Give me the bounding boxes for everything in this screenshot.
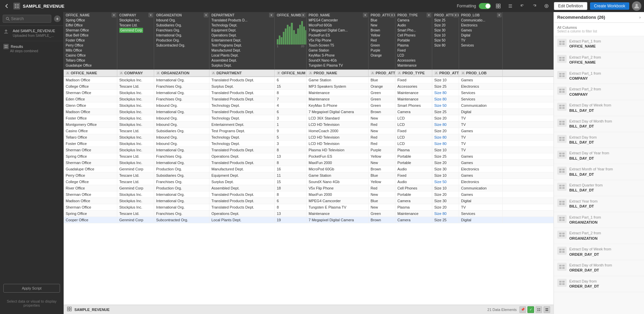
rec-item-5[interactable]: Extract Day of Month fromBILL_DAY_DT bbox=[554, 116, 644, 132]
table-row[interactable]: Sherman OfficeStockplus Inc.Internationa… bbox=[64, 147, 554, 153]
table-cell: Stockplus Inc. bbox=[117, 160, 154, 166]
rec-item-13[interactable]: Extract Day of Week fromORDER_DAY_DT bbox=[554, 244, 644, 260]
table-row[interactable]: Glenn OfficeStockplus Inc.Inbound Org.Te… bbox=[64, 102, 554, 109]
table-header-office-num----[interactable]: #OFFICE_NUM ... bbox=[275, 70, 307, 76]
svg-rect-18 bbox=[5, 45, 6, 46]
table-row[interactable]: Spring OfficeTescare Ltd.Franchises Org.… bbox=[64, 153, 554, 160]
table-row[interactable]: College OfficeTescare Ltd.Franchises Org… bbox=[64, 83, 554, 90]
col-filter-prod-name: PROD_NAMEMPEG4 CamcorderMicroPod 60Gb7 M… bbox=[307, 12, 369, 69]
table-row[interactable]: Cooper OfficeGenmind CorpSubcontracted O… bbox=[64, 217, 554, 223]
table-row[interactable]: Sherman OfficeStockplus Inc.Internationa… bbox=[64, 160, 554, 166]
table-header-organization[interactable]: AORGANIZATION bbox=[154, 70, 209, 76]
rec-item-4[interactable]: Extract Day of Week fromBILL_DAY_DT bbox=[554, 100, 644, 116]
grid-button-2[interactable] bbox=[543, 306, 550, 313]
svg-rect-42 bbox=[559, 75, 562, 77]
table-row[interactable]: Sherman OfficeStockplus Inc.Internationa… bbox=[64, 191, 554, 198]
back-button[interactable] bbox=[3, 2, 11, 10]
share-button[interactable] bbox=[542, 1, 551, 11]
right-panel-collapse-button[interactable]: › bbox=[639, 15, 641, 20]
filter-value: Mills Office bbox=[66, 48, 115, 53]
undo-button[interactable] bbox=[518, 1, 527, 11]
table-row[interactable]: Guadalupe OfficeGenmind CorpProduction O… bbox=[64, 166, 554, 172]
grid-view-button[interactable] bbox=[494, 1, 503, 11]
rec-item-7[interactable]: Extract Day of Year fromBILL_DAY_DT bbox=[554, 148, 644, 164]
table-scroll[interactable]: Madison OfficeStockplus Inc.Internationa… bbox=[64, 77, 554, 305]
redo-button[interactable] bbox=[530, 1, 539, 11]
col-filter-values-0: Spring OfficeEiffel OfficeSherman Office… bbox=[66, 18, 115, 68]
table-row[interactable]: Montgomery OfficeStockplus Inc.Inbound O… bbox=[64, 122, 554, 128]
approve-button[interactable]: ✓ bbox=[527, 306, 534, 313]
edit-definition-button[interactable]: Edit Definition bbox=[554, 2, 587, 10]
table-row[interactable]: Tellaro OfficeStockplus Inc.Inbound Org.… bbox=[64, 134, 554, 141]
col-filter-btn-2[interactable]: ▼ bbox=[204, 13, 208, 17]
avatar[interactable] bbox=[632, 1, 641, 11]
table-row[interactable]: Casino OfficeTescare Ltd.Subsidiaries Or… bbox=[64, 128, 554, 134]
svg-rect-43 bbox=[562, 75, 565, 77]
rec-item-11[interactable]: Extract Part_1 fromORGANIZATION bbox=[554, 212, 644, 228]
rec-item-12[interactable]: Extract Part_2 fromORGANIZATION bbox=[554, 228, 644, 244]
table-header-prod-attri---[interactable]: APROD_ATTRI... bbox=[432, 70, 459, 76]
rec-item-14[interactable]: Extract Day of Month fromORDER_DAY_DT bbox=[554, 260, 644, 276]
table-header-department[interactable]: ADEPARTMENT bbox=[209, 70, 275, 76]
rec-item-2[interactable]: Extract Part_1 fromCOMPANY bbox=[554, 68, 644, 84]
table-cell: Inbound Org. bbox=[154, 141, 209, 147]
sidebar-results[interactable]: Results All steps combined bbox=[0, 41, 63, 56]
col-filter-btn-1[interactable]: ▼ bbox=[148, 13, 153, 17]
table-header-office-name[interactable]: AOFFICE_NAME bbox=[64, 70, 117, 76]
mini-bar bbox=[299, 25, 301, 45]
create-workbook-button[interactable]: Create Workbook bbox=[590, 2, 629, 10]
table-header-prod-attri---[interactable]: APROD_ATTRI... bbox=[369, 70, 395, 76]
table-cell: 13 bbox=[275, 211, 307, 217]
table-row[interactable]: Perry OfficeTescare Ltd.Subsidiaries Org… bbox=[64, 172, 554, 179]
table-row[interactable]: River OfficeGenmind CorpProduction Org.A… bbox=[64, 185, 554, 191]
table-row[interactable]: Eden OfficeStockplus Inc.Franchises Org.… bbox=[64, 96, 554, 102]
table-row[interactable]: Sherman OfficeStockplus Inc.Internationa… bbox=[64, 204, 554, 211]
column-label: ORGANIZATION bbox=[161, 71, 189, 75]
table-cell: Plasma bbox=[395, 204, 432, 210]
col-filter-btn-0[interactable]: ▼ bbox=[112, 13, 116, 17]
pin-button[interactable]: 📌 bbox=[519, 306, 526, 313]
table-header-prod-name[interactable]: APROD_NAME bbox=[307, 70, 369, 76]
table-cell: Translated Products Dept. bbox=[209, 191, 275, 198]
col-filter-btn-6[interactable]: ▼ bbox=[390, 13, 394, 17]
table-header-prod-lob[interactable]: APROD_LOB bbox=[459, 70, 503, 76]
col-filter-btn-4[interactable]: ▼ bbox=[301, 13, 306, 17]
rec-item-15[interactable]: Extract Day fromORDER_DAY_DT bbox=[554, 276, 644, 292]
sidebar-item-add-dataset[interactable]: Add SAMPLE_REVENUE Uploaded from SAMPLE_… bbox=[0, 26, 63, 41]
table-row[interactable]: College OfficeTescare Ltd.Franchises Org… bbox=[64, 179, 554, 185]
rec-item-6[interactable]: Extract Day fromBILL_DAY_DT bbox=[554, 132, 644, 148]
rec-item-9[interactable]: Extract Quarter fromBILL_DAY_DT bbox=[554, 180, 644, 196]
formatting-toggle[interactable] bbox=[479, 3, 491, 9]
rec-item-8[interactable]: Extract Month of Year fromBILL_DAY_DT bbox=[554, 164, 644, 180]
table-cell: International Org. bbox=[154, 109, 209, 115]
table-row[interactable]: Sherman OfficeStockplus Inc.Internationa… bbox=[64, 90, 554, 96]
rec-item-0[interactable]: Extract Part_1 fromOFFICE_NAME bbox=[554, 36, 644, 52]
col-filter-btn-5[interactable]: ▼ bbox=[363, 13, 368, 17]
table-row[interactable]: Spring OfficeTescare Ltd.Franchises Org.… bbox=[64, 211, 554, 217]
apply-script-button[interactable]: Apply Script bbox=[3, 284, 60, 293]
table-cell: Translated Products Dept. bbox=[209, 109, 275, 115]
rec-item-10[interactable]: Extract Year fromBILL_DAY_DT bbox=[554, 196, 644, 212]
table-header-prod-type[interactable]: APROD_TYPE bbox=[395, 70, 432, 76]
search-input[interactable] bbox=[11, 16, 48, 21]
col-filter-btn-7[interactable]: ▼ bbox=[427, 13, 431, 17]
table-header-company[interactable]: ACOMPANY bbox=[117, 70, 154, 76]
col-filter-btn-3[interactable]: ▼ bbox=[269, 13, 274, 17]
table-row[interactable]: Foster OfficeStockplus Inc.Inbound Org.T… bbox=[64, 115, 554, 122]
rec-item-3[interactable]: Extract Part_2 fromCOMPANY bbox=[554, 84, 644, 100]
rec-item-1[interactable]: Extract Part_2 fromOFFICE_NAME bbox=[554, 52, 644, 68]
data-area: OFFICE_NAMESpring OfficeEiffel OfficeShe… bbox=[64, 12, 554, 314]
col-filter-btn-8[interactable]: ▼ bbox=[453, 13, 458, 17]
col-filter-btn-9[interactable]: ▼ bbox=[497, 13, 502, 17]
table-row[interactable]: Madison OfficeStockplus Inc.Internationa… bbox=[64, 77, 554, 83]
table-row[interactable]: Madison OfficeStockplus Inc.Internationa… bbox=[64, 109, 554, 115]
table-cell: Camera bbox=[395, 198, 432, 204]
grid-button-1[interactable] bbox=[535, 306, 542, 313]
rec-source: ORDER_DAY_DT bbox=[569, 268, 599, 272]
list-view-button[interactable] bbox=[506, 1, 515, 11]
table-row[interactable]: Foster OfficeStockplus Inc.Inbound Org.T… bbox=[64, 141, 554, 147]
svg-rect-65 bbox=[562, 169, 565, 170]
table-cell: Blue bbox=[369, 198, 395, 204]
add-button[interactable]: + bbox=[54, 15, 61, 22]
table-row[interactable]: Madison OfficeStockplus Inc.Internationa… bbox=[64, 198, 554, 204]
